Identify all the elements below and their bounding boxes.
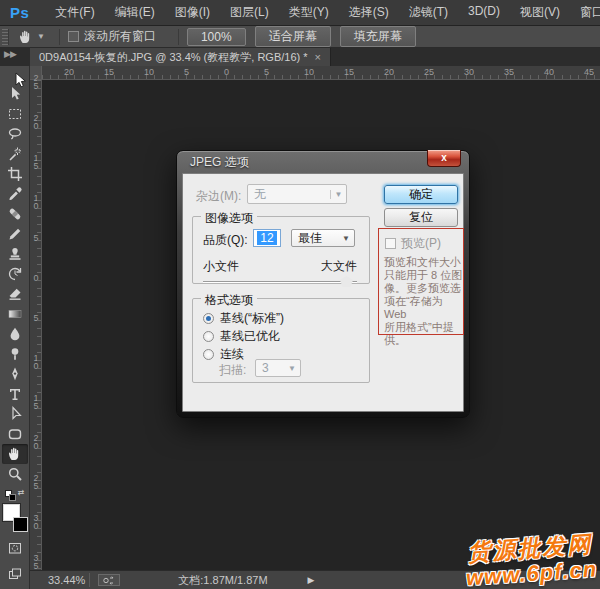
format-option-row[interactable]: 连续 <box>203 346 244 363</box>
default-colors-icon[interactable]: ⇄ <box>5 488 25 502</box>
photoshop-logo: Ps <box>10 4 29 21</box>
swap-colors-icon[interactable]: ⇄ <box>18 488 25 497</box>
ruler-label: 15 <box>104 67 114 77</box>
scans-label: 扫描: <box>219 362 246 379</box>
hand-tool-icon[interactable] <box>17 29 35 45</box>
zoom-level-field[interactable]: 33.44% <box>44 573 90 587</box>
options-bar-grip <box>2 29 9 45</box>
panel-collapse-icon[interactable]: ▶▶ <box>4 49 16 59</box>
eraser-tool-icon[interactable] <box>2 284 28 304</box>
brush-tool-icon[interactable] <box>2 224 28 244</box>
status-bar: 33.44% 文档:1.87M/1.87M ▶ <box>30 570 600 589</box>
menu-item[interactable]: 3D(D) <box>458 4 510 21</box>
healing-brush-tool-icon[interactable] <box>2 204 28 224</box>
menu-item[interactable]: 文件(F) <box>45 4 104 21</box>
history-brush-tool-icon[interactable] <box>2 264 28 284</box>
hand-tool-icon[interactable] <box>2 444 28 464</box>
ruler-label: 2 5 <box>32 474 40 490</box>
radio-button[interactable] <box>203 313 214 324</box>
ruler-label: 35 <box>504 67 514 77</box>
scroll-all-windows-label: 滚动所有窗口 <box>84 28 156 45</box>
ruler-label: 45 <box>584 67 594 77</box>
ruler-label: 15 <box>344 67 354 77</box>
ruler-label: 3 5 <box>32 554 40 570</box>
ruler-label: 2 0 <box>32 434 40 450</box>
format-option-row[interactable]: 基线已优化 <box>203 328 280 345</box>
scans-value: 3 <box>256 361 284 375</box>
fit-screen-button[interactable]: 适合屏幕 <box>255 26 331 47</box>
preview-checkbox[interactable] <box>385 238 396 249</box>
gradient-tool-icon[interactable] <box>2 304 28 324</box>
format-option-row[interactable]: 基线(“标准”) <box>203 310 284 327</box>
radio-button[interactable] <box>203 331 214 342</box>
ruler-label: 1 5 <box>32 394 40 410</box>
document-tab[interactable]: 0D9A0154-恢复的.JPG @ 33.4% (教程教学, RGB/16) … <box>30 48 331 66</box>
chevron-down-icon: ▼ <box>338 234 354 243</box>
ruler-label: 2 5 <box>32 74 40 90</box>
menu-item[interactable]: 类型(Y) <box>279 4 339 21</box>
quality-level-dropdown[interactable]: 最佳 ▼ <box>291 229 355 247</box>
pen-tool-icon[interactable] <box>2 364 28 384</box>
menu-bar: Ps 文件(F)编辑(E)图像(I)图层(L)类型(Y)选择(S)滤镜(T)3D… <box>0 0 600 26</box>
quality-level-value: 最佳 <box>292 230 338 247</box>
scroll-all-windows-checkbox[interactable] <box>68 31 79 42</box>
clone-stamp-tool-icon[interactable] <box>2 244 28 264</box>
eyedropper-tool-icon[interactable] <box>2 184 28 204</box>
menu-item[interactable]: 滤镜(T) <box>399 4 458 21</box>
zoom-tool-icon[interactable] <box>2 464 28 484</box>
adobe-drive-icon[interactable] <box>98 574 120 586</box>
magic-wand-tool-icon[interactable] <box>2 144 28 164</box>
marquee-tool-icon[interactable] <box>2 104 28 124</box>
quality-label: 品质(Q): <box>203 232 248 249</box>
quality-input[interactable]: 12 <box>253 229 281 247</box>
ruler-label: 0 <box>32 274 40 282</box>
dodge-tool-icon[interactable] <box>2 344 28 364</box>
ok-button[interactable]: 确定 <box>384 185 458 204</box>
status-menu-arrow-icon[interactable]: ▶ <box>308 575 315 585</box>
tool-options-bar: ▼ 滚动所有窗口 100% 适合屏幕 填充屏幕 <box>0 26 600 48</box>
separator <box>178 29 179 45</box>
menu-item[interactable]: 图层(L) <box>220 4 279 21</box>
tab-close-icon[interactable]: × <box>315 51 321 63</box>
quality-slider[interactable] <box>203 281 357 283</box>
horizontal-ruler: 2015105051015202530354045 <box>42 66 600 80</box>
ruler-label: 3 0 <box>32 514 40 530</box>
ruler-label: 0 <box>224 67 229 77</box>
lasso-tool-icon[interactable] <box>2 124 28 144</box>
vertical-ruler: 2 52 01 51 05051 01 52 02 53 03 5 <box>30 80 42 570</box>
ruler-label: 10 <box>144 67 154 77</box>
zoom-100-button[interactable]: 100% <box>187 28 246 46</box>
menu-item[interactable]: 窗口(W) <box>570 4 600 21</box>
background-color-swatch[interactable] <box>13 517 28 532</box>
screen-mode-icon[interactable] <box>2 564 28 584</box>
rounded-rectangle-tool-icon[interactable] <box>2 424 28 444</box>
scans-dropdown[interactable]: 3 ▼ <box>255 359 301 377</box>
preview-note-text: 预览和文件大小 只能用于 8 位图 像。更多预览选 项在“存储为 Web 所用格… <box>384 256 464 347</box>
menu-item[interactable]: 视图(V) <box>510 4 570 21</box>
document-size-info: 文档:1.87M/1.87M <box>178 573 267 588</box>
quality-slider-thumb[interactable] <box>340 276 353 287</box>
blur-tool-icon[interactable] <box>2 324 28 344</box>
direct-selection-tool-icon[interactable] <box>2 404 28 424</box>
crop-tool-icon[interactable] <box>2 164 28 184</box>
reset-button[interactable]: 复位 <box>384 208 458 227</box>
fill-screen-button[interactable]: 填充屏幕 <box>340 26 416 47</box>
type-tool-icon[interactable] <box>2 384 28 404</box>
chevron-down-icon[interactable]: ▼ <box>37 32 45 41</box>
menu-item[interactable]: 图像(I) <box>165 4 220 21</box>
ruler-label: 25 <box>424 67 434 77</box>
menu-item[interactable]: 选择(S) <box>339 4 399 21</box>
image-options-legend: 图像选项 <box>201 210 257 227</box>
menu-item[interactable]: 编辑(E) <box>105 4 165 21</box>
preview-checkbox-row: 预览(P) <box>385 235 441 252</box>
radio-button[interactable] <box>203 349 214 360</box>
dialog-close-button[interactable]: x <box>427 150 461 167</box>
ruler-label: 1 5 <box>32 154 40 170</box>
separator <box>59 29 60 45</box>
chevron-down-icon: ▼ <box>330 190 346 199</box>
matte-dropdown[interactable]: 无 ▼ <box>247 184 347 204</box>
quick-mask-icon[interactable] <box>2 538 28 558</box>
radio-label: 连续 <box>220 346 244 363</box>
large-file-label: 大文件 <box>321 258 357 275</box>
matte-value: 无 <box>248 186 330 203</box>
